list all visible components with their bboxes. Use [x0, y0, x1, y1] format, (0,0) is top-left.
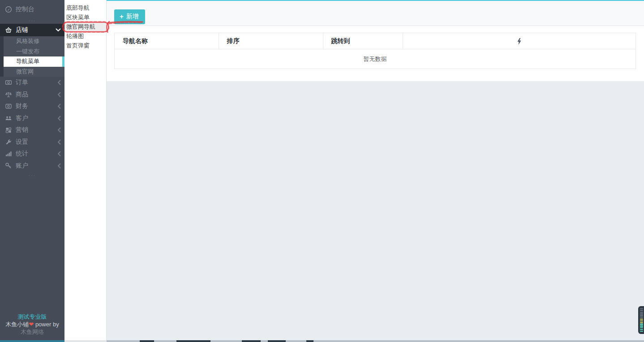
- edition-label: 测试专业版: [0, 313, 64, 320]
- chevron-left-icon: [56, 139, 61, 145]
- subitem-label: 一键发布: [16, 48, 39, 56]
- sidebar-item-shop[interactable]: 店铺: [0, 24, 64, 36]
- chevron-left-icon: [56, 104, 61, 109]
- subitem-label: 风格装修: [16, 37, 39, 45]
- level-meter-widget[interactable]: [638, 306, 644, 334]
- subitem-label: 微官网: [16, 68, 34, 76]
- sidebar-subitem-style-decorate[interactable]: 风格装修: [0, 36, 64, 47]
- stats-icon: [4, 150, 12, 158]
- screen-bottom-edge: [0, 340, 644, 342]
- chevron-left-icon: [56, 163, 61, 169]
- dashboard-icon: [4, 6, 12, 13]
- chevron-left-icon: [56, 127, 61, 133]
- sidebar-item-label: 设置: [16, 138, 56, 146]
- shop-icon: [4, 26, 12, 34]
- sidebar-item-label: 店铺: [16, 26, 56, 34]
- table-section: 导航名称 排序 跳转到 暂无数据: [107, 26, 644, 81]
- subnav-item-home-popup[interactable]: 首页弹窗: [64, 41, 106, 50]
- sidebar-item-label: 商品: [16, 91, 56, 99]
- brand-name: 木鱼小铺: [5, 321, 29, 328]
- add-button-label: 新增: [126, 13, 139, 21]
- sidebar-item-label: 控制台: [16, 5, 61, 13]
- sidebar-item-label: 账户: [16, 162, 56, 170]
- add-button[interactable]: + 新增: [114, 9, 145, 24]
- power-by-label: power by: [34, 321, 59, 328]
- plus-icon: +: [120, 14, 124, 19]
- sidebar-item-label: 订单: [16, 78, 56, 87]
- sidebar-item-label: 统计: [16, 150, 56, 158]
- sidebar-item-goods[interactable]: 商品: [0, 89, 64, 101]
- sidebar-item-orders[interactable]: 订单: [0, 77, 64, 89]
- subnav-item-bottom-nav[interactable]: 底部导航: [64, 3, 106, 13]
- settings-icon: [4, 138, 12, 146]
- company-name: 木鱼网络: [0, 328, 64, 336]
- account-icon: [4, 162, 12, 169]
- sidebar-separator-dots: ···: [0, 172, 64, 178]
- sidebar-item-settings[interactable]: 设置: [0, 136, 64, 148]
- sidebar-footer: 测试专业版 木鱼小铺❤ power by 木鱼网络: [0, 313, 64, 336]
- sidebar-item-label: 财务: [16, 102, 56, 110]
- sidebar-item-finance[interactable]: 财务: [0, 100, 64, 113]
- table-header-row: 导航名称 排序 跳转到: [115, 33, 636, 49]
- chevron-left-icon: [56, 80, 61, 85]
- finance-icon: [4, 103, 12, 110]
- subnav-item-block-menu[interactable]: 区块菜单: [64, 13, 106, 22]
- goods-icon: [4, 91, 12, 98]
- heart-icon: ❤: [29, 321, 34, 328]
- chevron-left-icon: [56, 92, 61, 97]
- sidebar-subitem-one-key-publish[interactable]: 一键发布: [0, 47, 64, 57]
- toolbar: + 新增: [107, 1, 644, 26]
- main-content: + 新增 导航名称 排序 跳转到 暂无: [107, 0, 644, 342]
- chevron-left-icon: [56, 116, 61, 121]
- marketing-icon: [4, 126, 12, 134]
- sidebar-item-label: 客户: [16, 114, 56, 122]
- nav-table: 导航名称 排序 跳转到 暂无数据: [114, 33, 636, 69]
- col-header-actions: [403, 33, 635, 49]
- subitem-label: 导航菜单: [16, 57, 39, 65]
- orders-icon: [4, 79, 12, 87]
- col-header-jump-to: 跳转到: [323, 33, 403, 49]
- sidebar-subitem-micro-site[interactable]: 微官网: [0, 67, 64, 77]
- col-header-sort: 排序: [219, 33, 323, 49]
- customers-icon: [4, 114, 12, 122]
- chevron-left-icon: [56, 151, 61, 156]
- sidebar-subitem-nav-menu[interactable]: 导航菜单: [4, 56, 64, 67]
- chevron-down-icon: [56, 28, 61, 32]
- sidebar-item-statistics[interactable]: 统计: [0, 148, 64, 160]
- sidebar-item-console[interactable]: 控制台: [0, 2, 64, 17]
- brand-line: 木鱼小铺❤ power by: [0, 320, 64, 328]
- sidebar-separator-dots: ···: [0, 17, 64, 24]
- col-header-nav-name: 导航名称: [115, 33, 219, 49]
- sidebar-item-account[interactable]: 账户: [0, 160, 64, 172]
- subnav-item-carousel[interactable]: 轮播图: [64, 31, 106, 41]
- secondary-menu: 底部导航 区块菜单 微官网导航 轮播图 首页弹窗: [64, 0, 107, 342]
- table-empty-row: 暂无数据: [115, 49, 636, 69]
- shop-submenu: 风格装修 一键发布 导航菜单 微官网: [0, 36, 64, 77]
- sidebar-item-customers[interactable]: 客户: [0, 113, 64, 125]
- sidebar: 控制台 ··· 店铺 风格装修 一键发布 导航菜单 微官网 订单: [0, 0, 64, 342]
- empty-state-text: 暂无数据: [115, 49, 636, 69]
- sidebar-item-label: 营销: [16, 126, 56, 134]
- lightning-icon: [517, 37, 521, 44]
- subnav-item-microsite-nav[interactable]: 微官网导航: [64, 22, 106, 31]
- sidebar-item-marketing[interactable]: 营销: [0, 124, 64, 136]
